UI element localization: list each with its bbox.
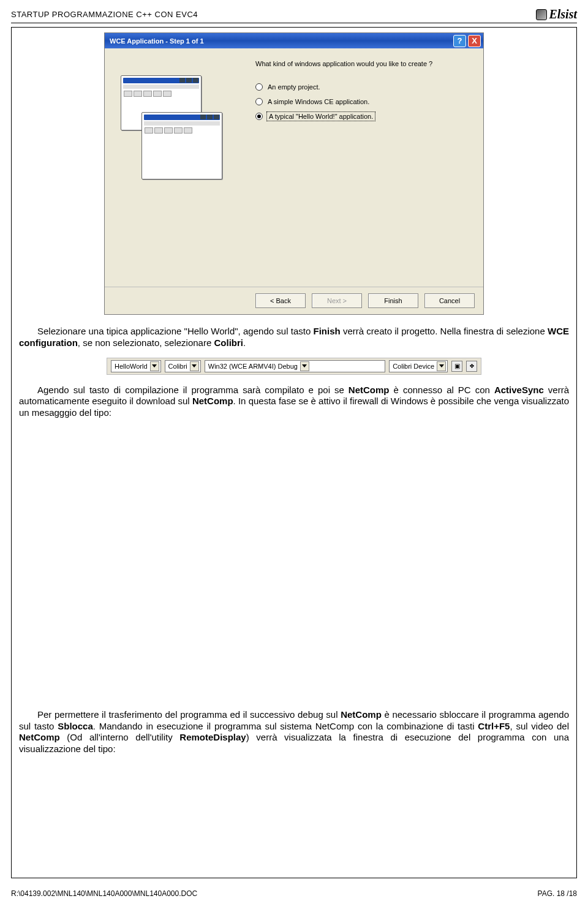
radio-simple-app[interactable]: A simple Windows CE application. [255,97,473,107]
radio-icon [255,113,263,120]
next-button[interactable]: Next > [312,293,362,308]
device-combo[interactable]: Colibri Device [389,360,448,372]
wizard-footer: < Back Next > Finish Cancel [105,287,483,314]
combo-value: Win32 (WCE ARMV4I) Debug [208,363,298,370]
chevron-down-icon [300,361,309,371]
config-combo[interactable]: Win32 (WCE ARMV4I) Debug [205,360,385,372]
wizard-prompt: What kind of windows application would y… [255,59,473,69]
page-header: STARTUP PROGRAMMAZIONE C++ CON EVC4 Elsi… [11,7,577,23]
doc-title: STARTUP PROGRAMMAZIONE C++ CON EVC4 [11,10,198,19]
chevron-down-icon [437,361,446,371]
chevron-down-icon [190,361,199,371]
logo-icon [536,9,547,20]
project-combo[interactable]: HelloWorld [111,360,161,372]
combo-value: Colibri Device [393,363,434,370]
page-footer: R:\04139.002\MNL140\MNL140A000\MNL140A00… [11,889,577,898]
radio-icon [255,83,263,91]
build-icon[interactable]: ▣ [451,361,462,372]
deploy-icon[interactable]: ❖ [466,361,477,372]
wizard-title-text: WCE Application - Step 1 of 1 [110,37,204,45]
combo-value: HelloWorld [115,363,148,370]
wizard-titlebar[interactable]: WCE Application - Step 1 of 1 ? X [105,33,483,48]
close-icon[interactable]: X [468,35,481,47]
content-frame: WCE Application - Step 1 of 1 ? X What k… [11,27,577,878]
paragraph-3: Per permettere il trasferimento del prog… [19,709,569,755]
back-button[interactable]: < Back [255,293,306,308]
wizard-window: WCE Application - Step 1 of 1 ? X What k… [104,32,484,315]
help-icon[interactable]: ? [453,35,466,47]
cancel-button[interactable]: Cancel [424,293,475,308]
chevron-down-icon [150,361,159,371]
preview-pane [115,59,255,278]
wizard-options: What kind of windows application would y… [255,59,473,278]
combo-value: Colibri [168,363,187,370]
logo: Elsist [536,7,577,21]
config-toolbar: HelloWorld Colibri Win32 (WCE ARMV4I) De… [107,358,481,375]
paragraph-2: Agendo sul tasto di compilazione il prog… [19,385,569,419]
radio-label: A typical "Hello World!" application. [268,113,374,120]
radio-label: An empty project. [268,83,320,91]
radio-hello-world[interactable]: A typical "Hello World!" application. [255,111,473,121]
footer-path: R:\04139.002\MNL140\MNL140A000\MNL140A00… [11,889,197,898]
footer-page: PAG. 18 /18 [538,889,577,898]
paragraph-1: Selezionare una tipica applicazione "Hel… [19,326,569,349]
wizard-body: What kind of windows application would y… [105,48,483,287]
radio-label: A simple Windows CE application. [268,98,369,105]
finish-button[interactable]: Finish [368,293,418,308]
logo-text: Elsist [549,7,577,21]
preview-window-icon [141,112,222,179]
radio-empty-project[interactable]: An empty project. [255,82,473,92]
platform-combo[interactable]: Colibri [165,360,201,372]
radio-icon [255,98,263,105]
placeholder-image-area [19,428,569,709]
